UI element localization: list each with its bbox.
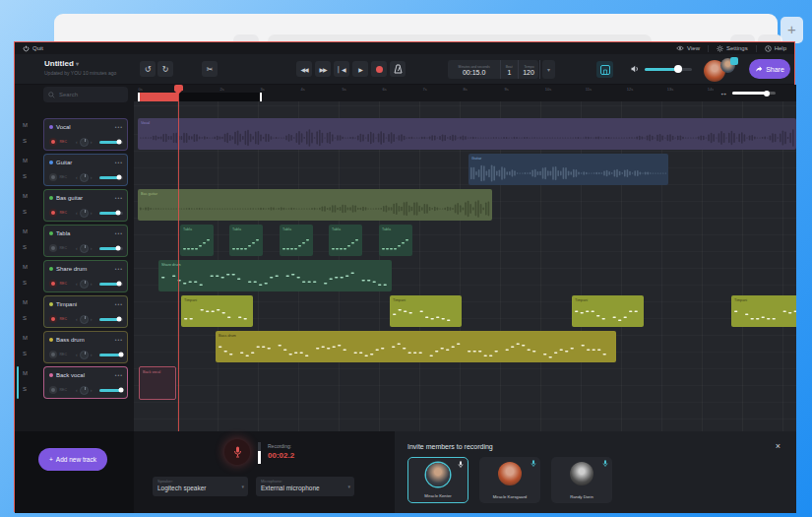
pan-knob[interactable]: ‹› — [76, 280, 92, 289]
timeline-zoom-slider[interactable] — [732, 92, 776, 95]
track-mute-button[interactable]: M — [23, 370, 28, 376]
track-menu-icon[interactable]: ••• — [115, 266, 123, 272]
clip-tabla[interactable]: Tabla — [329, 225, 362, 256]
track-record-arm-button[interactable] — [49, 209, 57, 217]
record-button[interactable] — [371, 61, 387, 77]
menu-quit[interactable]: Quit — [15, 42, 51, 54]
track-menu-icon[interactable]: ••• — [115, 372, 123, 378]
track-record-arm-button[interactable] — [49, 386, 57, 394]
time-signature-panel[interactable]: Minutes and seconds 00:15.0 Beat 1 Tempo… — [448, 60, 538, 79]
track-mute-button[interactable]: M — [23, 264, 28, 270]
member-card-3[interactable]: Randy Dorin — [551, 457, 612, 503]
add-new-track-button[interactable]: + Add new track — [38, 448, 107, 471]
undo-button[interactable]: ↺ — [140, 61, 156, 77]
speaker-icon[interactable] — [631, 65, 640, 73]
pan-knob[interactable]: ‹› — [76, 173, 92, 182]
pan-knob[interactable]: ‹› — [76, 351, 92, 359]
track-menu-icon[interactable]: ••• — [115, 230, 123, 236]
clip-tabla[interactable]: Tabla — [280, 225, 313, 256]
clip-back-vocal[interactable]: Back vocal — [139, 366, 176, 400]
clip-tabla[interactable]: Tabla — [229, 225, 263, 256]
clip-tabla[interactable]: Tabla — [379, 225, 412, 256]
clip-share-drum[interactable]: Share drum — [158, 260, 392, 291]
clip-bas-guitar[interactable]: Bas guitar — [138, 189, 492, 221]
track-solo-button[interactable]: S — [23, 244, 27, 250]
track-mute-button[interactable]: M — [23, 193, 28, 199]
clip-timpani[interactable]: Timpani — [181, 295, 253, 327]
track-record-arm-button[interactable] — [49, 280, 57, 288]
track-volume-slider[interactable] — [99, 318, 123, 321]
loop-recorded-segment[interactable] — [138, 93, 178, 101]
pan-knob[interactable]: ‹› — [76, 209, 92, 218]
record-mic-button[interactable] — [224, 439, 250, 465]
share-button[interactable]: Share — [749, 59, 790, 79]
fast-forward-button[interactable]: ▶▶ — [315, 61, 331, 77]
playhead[interactable] — [178, 85, 179, 431]
track-solo-button[interactable]: S — [23, 280, 27, 286]
track-solo-button[interactable]: S — [23, 351, 27, 356]
track-lanes[interactable]: VocalGuitarBas guitarTablaTablaTablaTabl… — [134, 101, 796, 431]
track-record-arm-button[interactable] — [49, 315, 57, 323]
piano-roll-button[interactable] — [596, 61, 613, 78]
skip-to-start-button[interactable]: ▏◀ — [334, 61, 349, 77]
track-card-tabla[interactable]: Tabla ••• REC ‹› — [43, 225, 128, 257]
timeline-area[interactable]: 0s1s2s3s4s5s6s7s8s9s10s11s12s13s14s ↔ Vo… — [134, 85, 796, 431]
track-volume-slider[interactable] — [99, 389, 123, 392]
track-volume-slider[interactable] — [99, 354, 123, 356]
pan-knob[interactable]: ‹› — [76, 386, 92, 395]
clip-guitar[interactable]: Guitar — [468, 154, 668, 185]
track-menu-icon[interactable]: ••• — [115, 195, 123, 201]
track-solo-button[interactable]: S — [23, 138, 27, 144]
track-menu-icon[interactable]: ••• — [115, 124, 123, 130]
track-menu-icon[interactable]: ••• — [115, 337, 123, 343]
track-card-back-vocal[interactable]: Back vocal ••• REC ‹› — [43, 366, 128, 399]
collaborator-avatars[interactable] — [704, 58, 737, 82]
member-card-1[interactable]: Miracle Kenter — [407, 457, 468, 503]
browser-new-tab-button[interactable]: + — [781, 17, 803, 43]
track-mute-button[interactable]: M — [23, 335, 28, 341]
track-solo-button[interactable]: S — [23, 209, 27, 215]
track-card-bass-drum[interactable]: Bass drum ••• REC ‹› — [43, 331, 128, 363]
track-volume-slider[interactable] — [99, 141, 123, 144]
track-volume-slider[interactable] — [99, 283, 123, 286]
project-info[interactable]: Untitled ▾ Updated by YOU 10 minutes ago — [44, 59, 116, 76]
clip-timpani[interactable]: Timpani — [572, 295, 644, 327]
track-menu-icon[interactable]: ••• — [115, 160, 123, 165]
loop-start-handle[interactable] — [138, 93, 140, 101]
cut-button[interactable]: ✂ — [202, 61, 218, 77]
track-card-vocal[interactable]: Vocal ••• REC ‹› — [43, 118, 128, 151]
clip-timpani[interactable]: Timpani — [390, 295, 462, 327]
clip-vocal[interactable]: Vocal — [138, 118, 796, 150]
metronome-button[interactable] — [390, 61, 406, 77]
track-menu-icon[interactable]: ••• — [115, 301, 123, 307]
speaker-select[interactable]: Speaker: Logitech speaker ▾ — [153, 477, 248, 496]
track-solo-button[interactable]: S — [23, 315, 27, 321]
microphone-select[interactable]: Microphone: External microphone ▾ — [256, 477, 354, 496]
playhead-marker[interactable] — [174, 85, 183, 91]
clip-timpani[interactable]: Timpani — [731, 295, 796, 327]
master-volume-slider[interactable] — [645, 68, 692, 71]
loop-end-handle[interactable] — [260, 93, 262, 101]
track-solo-button[interactable]: S — [23, 173, 27, 179]
track-solo-button[interactable]: S — [23, 386, 27, 392]
redo-button[interactable]: ↻ — [157, 61, 173, 77]
track-mute-button[interactable]: M — [23, 122, 28, 128]
track-record-arm-button[interactable] — [49, 138, 57, 146]
track-volume-slider[interactable] — [99, 176, 123, 179]
track-mute-button[interactable]: M — [23, 158, 28, 163]
track-mute-button[interactable]: M — [23, 299, 28, 305]
track-record-arm-button[interactable] — [49, 351, 57, 358]
track-volume-slider[interactable] — [99, 212, 123, 215]
pan-knob[interactable]: ‹› — [76, 315, 92, 324]
track-card-guitar[interactable]: Guitar ••• REC ‹› — [43, 154, 128, 186]
rewind-button[interactable]: ◀◀ — [296, 61, 312, 77]
clip-tabla[interactable]: Tabla — [180, 225, 214, 256]
menu-view[interactable]: View — [668, 42, 708, 54]
menu-settings[interactable]: Settings — [709, 42, 756, 54]
search-input[interactable]: Search — [43, 87, 128, 102]
track-volume-slider[interactable] — [99, 247, 123, 250]
pan-knob[interactable]: ‹› — [76, 244, 92, 253]
track-record-arm-button[interactable] — [49, 173, 57, 181]
close-icon[interactable]: × — [776, 441, 781, 451]
pan-knob[interactable]: ‹› — [76, 138, 92, 147]
